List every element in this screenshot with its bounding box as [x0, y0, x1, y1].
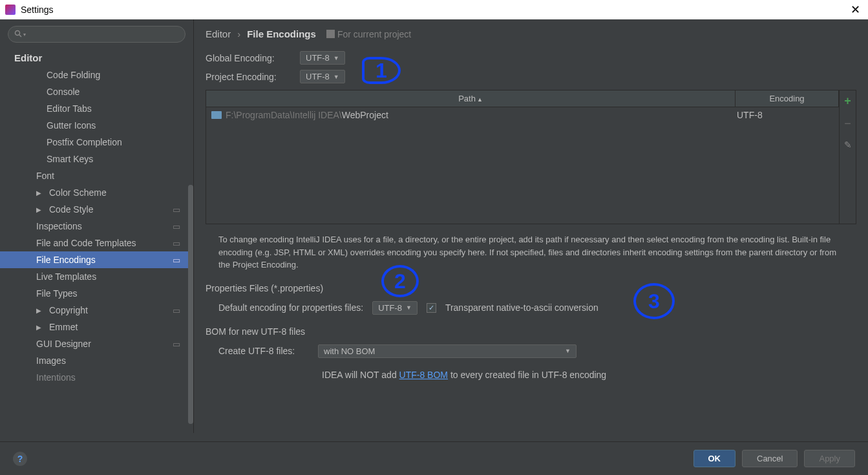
column-encoding[interactable]: Encoding	[736, 90, 839, 107]
tree-postfix-completion[interactable]: Postfix Completion	[0, 134, 193, 151]
project-scope-icon: ▭	[173, 339, 180, 349]
tree-editor-tabs[interactable]: Editor Tabs	[0, 100, 193, 117]
bom-section-title: BOM for new UTF-8 files	[206, 326, 856, 337]
create-utf8-dropdown[interactable]: with NO BOM▼	[318, 344, 577, 358]
search-box: ▾	[8, 26, 185, 43]
folder-icon	[211, 111, 222, 119]
scrollbar[interactable]	[188, 185, 193, 424]
chevron-down-icon: ▼	[333, 74, 339, 80]
project-scope-icon: ▭	[173, 306, 180, 315]
breadcrumb: Editor › File Encodings For current proj…	[206, 28, 856, 39]
project-encoding-label: Project Encoding:	[206, 72, 292, 82]
breadcrumb-root[interactable]: Editor	[206, 28, 231, 39]
project-scope-icon: ▭	[173, 238, 180, 248]
project-scope-icon: ▭	[173, 255, 180, 265]
search-dropdown-icon: ▾	[23, 32, 26, 37]
footer: ? OK Cancel Apply	[0, 441, 868, 475]
tree-font[interactable]: Font	[0, 167, 193, 184]
table-row[interactable]: F:\ProgramData\Intellij IDEA\WebProject …	[206, 107, 839, 123]
project-scope-icon	[326, 30, 335, 38]
utf8-bom-link[interactable]: UTF-8 BOM	[399, 370, 448, 380]
apply-button[interactable]: Apply	[804, 450, 855, 467]
tree-color-scheme[interactable]: ▶Color Scheme	[0, 184, 193, 201]
tree-file-types[interactable]: File Types	[0, 285, 193, 302]
transparent-conversion-checkbox[interactable]: ✓	[427, 303, 436, 313]
create-utf8-label: Create UTF-8 files:	[218, 346, 309, 356]
add-button[interactable]: +	[844, 94, 851, 108]
help-button[interactable]: ?	[13, 452, 27, 466]
chevron-down-icon: ▼	[565, 348, 571, 354]
tree-code-folding[interactable]: Code Folding	[0, 67, 193, 83]
app-icon	[5, 5, 16, 15]
edit-button[interactable]: ✎	[844, 140, 852, 150]
window-title: Settings	[21, 5, 54, 15]
tree-emmet[interactable]: ▶Emmet	[0, 319, 193, 335]
svg-line-1	[19, 35, 21, 37]
tree-copyright[interactable]: ▶Copyright▭	[0, 302, 193, 319]
chevron-right-icon: ▶	[36, 189, 45, 196]
tree-file-encodings[interactable]: File Encodings▭	[0, 251, 193, 268]
project-encoding-dropdown[interactable]: UTF-8▼	[300, 70, 345, 83]
chevron-right-icon: ▶	[36, 324, 45, 331]
tree-gutter-icons[interactable]: Gutter Icons	[0, 117, 193, 134]
chevron-down-icon: ▼	[406, 304, 412, 311]
svg-point-0	[16, 31, 20, 36]
chevron-right-icon: ›	[237, 28, 240, 39]
properties-section-title: Properties Files (*.properties)	[206, 283, 856, 293]
project-scope-icon: ▭	[173, 205, 180, 215]
tree-file-code-templates[interactable]: File and Code Templates▭	[0, 235, 193, 251]
transparent-conversion-label: Transparent native-to-ascii conversion	[445, 302, 598, 313]
chevron-right-icon: ▶	[36, 307, 45, 314]
search-icon	[14, 30, 22, 39]
tree-intentions[interactable]: Intentions	[0, 369, 193, 386]
column-path[interactable]: Path▲	[206, 90, 736, 107]
project-scope-icon: ▭	[173, 222, 180, 231]
titlebar: Settings ✕	[0, 0, 868, 19]
tree-gui-designer[interactable]: GUI Designer▭	[0, 335, 193, 352]
tree-images[interactable]: Images	[0, 352, 193, 369]
global-encoding-dropdown[interactable]: UTF-8▼	[300, 51, 345, 65]
close-icon[interactable]: ✕	[848, 3, 863, 17]
properties-default-label: Default encoding for properties files:	[218, 302, 363, 313]
global-encoding-label: Global Encoding:	[206, 53, 292, 63]
tree-code-style[interactable]: ▶Code Style▭	[0, 201, 193, 218]
tree-inspections[interactable]: Inspections▭	[0, 218, 193, 235]
chevron-down-icon: ▼	[333, 55, 339, 61]
search-input[interactable]	[8, 26, 185, 43]
properties-encoding-dropdown[interactable]: UTF-8▼	[372, 301, 418, 315]
tree-console[interactable]: Console	[0, 83, 193, 100]
help-text: To change encoding IntelliJ IDEA uses fo…	[218, 233, 843, 271]
breadcrumb-current: File Encodings	[247, 28, 316, 39]
sidebar: ▾ Editor Code Folding Console Editor Tab…	[0, 19, 194, 433]
tree-editor-header[interactable]: Editor	[0, 49, 193, 67]
bom-note: IDEA will NOT add UTF-8 BOM to every cre…	[322, 370, 856, 380]
project-scope-badge: For current project	[326, 29, 411, 39]
remove-button[interactable]: −	[844, 117, 851, 131]
encoding-table: Path▲ Encoding F:\ProgramData\Intellij I…	[206, 90, 856, 224]
tree-smart-keys[interactable]: Smart Keys	[0, 151, 193, 167]
sort-asc-icon: ▲	[477, 96, 483, 103]
content-panel: Editor › File Encodings For current proj…	[194, 19, 868, 433]
ok-button[interactable]: OK	[693, 450, 736, 467]
chevron-right-icon: ▶	[36, 206, 45, 213]
tree-live-templates[interactable]: Live Templates	[0, 268, 193, 285]
cancel-button[interactable]: Cancel	[742, 450, 798, 467]
settings-tree: Editor Code Folding Console Editor Tabs …	[0, 49, 193, 433]
